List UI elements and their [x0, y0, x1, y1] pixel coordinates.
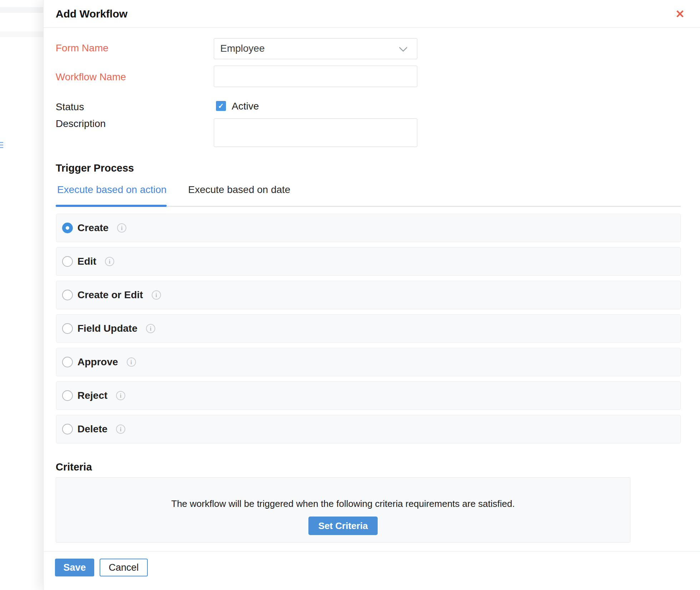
active-checkbox[interactable]: ✓	[216, 101, 226, 111]
info-icon[interactable]: i	[152, 290, 161, 300]
trigger-process-heading: Trigger Process	[56, 162, 134, 174]
status-label: Status	[56, 101, 84, 113]
background-menu-icon	[0, 142, 3, 149]
workflow-name-label: Workflow Name	[56, 71, 126, 83]
header-divider	[44, 27, 700, 28]
cancel-button[interactable]: Cancel	[100, 559, 148, 576]
trigger-option-create-or-edit[interactable]: Create or Edit i	[56, 281, 681, 309]
criteria-panel: The workflow will be triggered when the …	[56, 477, 630, 543]
save-button[interactable]: Save	[55, 559, 94, 576]
trigger-option-label: Edit	[77, 256, 96, 267]
footer-divider	[44, 551, 700, 551]
radio-button[interactable]	[62, 390, 73, 401]
close-icon[interactable]: ✕	[673, 7, 687, 21]
active-checkbox-label: Active	[232, 101, 259, 111]
info-icon[interactable]: i	[105, 257, 114, 266]
radio-button[interactable]	[62, 223, 73, 233]
radio-button[interactable]	[62, 357, 73, 367]
page-title: Add Workflow	[56, 8, 127, 20]
trigger-option-reject[interactable]: Reject i	[56, 381, 681, 410]
page: Add Workflow ✕ Form Name Employee Workfl…	[0, 0, 700, 590]
radio-button[interactable]	[62, 290, 73, 300]
description-textarea[interactable]	[214, 118, 417, 147]
radio-button[interactable]	[62, 424, 73, 434]
chevron-down-icon	[399, 43, 407, 52]
background-page	[0, 0, 43, 590]
trigger-option-label: Delete	[77, 423, 107, 435]
trigger-option-label: Approve	[77, 356, 118, 368]
trigger-option-label: Reject	[77, 390, 107, 401]
set-criteria-button[interactable]: Set Criteria	[308, 517, 378, 535]
tab-execute-based-on-action[interactable]: Execute based on action	[57, 184, 167, 195]
tab-execute-based-on-date[interactable]: Execute based on date	[188, 184, 290, 195]
trigger-option-edit[interactable]: Edit i	[56, 247, 681, 276]
info-icon[interactable]: i	[116, 391, 125, 400]
description-label: Description	[56, 118, 106, 129]
criteria-message: The workflow will be triggered when the …	[56, 498, 630, 509]
background-row	[0, 7, 43, 13]
add-workflow-dialog: Add Workflow ✕ Form Name Employee Workfl…	[43, 0, 700, 590]
trigger-option-label: Create or Edit	[77, 289, 143, 301]
tab-bar-line	[167, 206, 681, 207]
active-tab-underline	[56, 205, 167, 207]
criteria-heading: Criteria	[56, 461, 92, 473]
trigger-option-field-update[interactable]: Field Update i	[56, 314, 681, 343]
trigger-option-approve[interactable]: Approve i	[56, 348, 681, 376]
background-row	[0, 31, 43, 37]
trigger-option-label: Create	[77, 222, 109, 234]
trigger-option-delete[interactable]: Delete i	[56, 415, 681, 443]
info-icon[interactable]: i	[117, 223, 126, 233]
trigger-option-label: Field Update	[77, 323, 137, 334]
radio-button[interactable]	[62, 323, 73, 334]
info-icon[interactable]: i	[116, 424, 125, 434]
info-icon[interactable]: i	[127, 357, 136, 367]
trigger-option-create[interactable]: Create i	[56, 214, 681, 242]
form-name-label: Form Name	[56, 42, 109, 54]
info-icon[interactable]: i	[146, 324, 155, 333]
form-name-value: Employee	[220, 39, 265, 59]
form-name-select[interactable]: Employee	[214, 38, 417, 59]
workflow-name-input[interactable]	[214, 66, 417, 87]
radio-button[interactable]	[62, 256, 73, 267]
